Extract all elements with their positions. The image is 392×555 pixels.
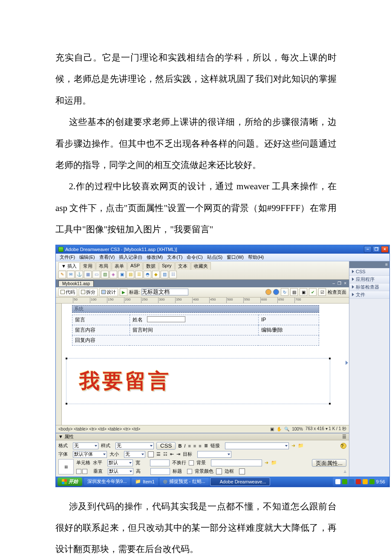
ul-icon[interactable]: ☰ [156, 451, 161, 457]
hyperlink-icon[interactable]: ✎ [58, 271, 66, 278]
help-icon[interactable]: ? [340, 443, 346, 449]
insert-tab-layout[interactable]: 布局 [96, 262, 111, 270]
prop-width-input[interactable] [150, 460, 170, 466]
align-left-icon[interactable]: ≡ [188, 443, 190, 448]
globe-icon[interactable] [273, 289, 279, 295]
email-link-icon[interactable]: ✉ [67, 271, 75, 278]
cell-ip[interactable]: IP [258, 315, 319, 325]
cell-edit[interactable]: 编辑/删除 [258, 325, 319, 335]
templates-icon[interactable]: ▥ [161, 271, 168, 278]
named-anchor-icon[interactable]: ⚓ [75, 271, 83, 278]
menu-modify[interactable]: 修改(M) [145, 254, 164, 260]
menu-insert[interactable]: 插入记录(I) [118, 254, 143, 260]
insert-tab-common[interactable]: 常用 [80, 262, 95, 270]
task-item-folder[interactable]: 📁 Item1 [132, 478, 158, 486]
tray-icon-5[interactable] [363, 479, 368, 484]
doc-restore-icon[interactable]: ❐ [337, 281, 341, 286]
validate-icon[interactable]: ✔ [309, 288, 317, 296]
comment-icon[interactable]: ☰ [135, 271, 143, 278]
tag-chooser-icon[interactable]: ☷ [169, 271, 177, 278]
image-icon[interactable]: ▧ [101, 271, 109, 278]
prop-vert-select[interactable]: 默认 [108, 468, 133, 475]
prop-style-select[interactable]: 无 [115, 442, 154, 449]
ol-icon[interactable]: ☷ [163, 451, 167, 457]
menu-view[interactable]: 查看(V) [98, 254, 116, 260]
tray-icon-2[interactable] [342, 479, 347, 484]
doc-close-icon[interactable]: × [344, 281, 346, 286]
scroll-right-icon[interactable] [346, 361, 348, 365]
table-icon[interactable]: ▦ [84, 271, 92, 278]
prop-size-select[interactable]: 无 [124, 451, 145, 458]
minimize-button[interactable]: – [364, 246, 372, 253]
align-justify-icon[interactable]: ≣ [204, 443, 208, 448]
task-item-capture[interactable]: ◎ 捕捉预览 - 红蜻... [160, 478, 209, 486]
prop-font-select[interactable]: 默认字体 [73, 451, 107, 458]
menu-window[interactable]: 窗口(W) [225, 254, 245, 260]
cell-reply[interactable]: 回复内容 [72, 335, 319, 345]
view-design-button[interactable]: 设计 [99, 288, 118, 296]
menu-help[interactable]: 帮助(H) [247, 254, 265, 260]
point-to-file-icon[interactable]: ➜ [291, 443, 295, 448]
panel-application[interactable]: 应用程序 [349, 276, 389, 283]
browse-folder-icon-2[interactable]: 📁 [271, 460, 277, 465]
design-canvas[interactable]: 系统 留言 姓名 IP 留言内容 留言时间 编辑/删除 [62, 304, 349, 425]
insert-label[interactable]: ▼ 插入 [58, 262, 80, 270]
live-view-icon[interactable]: ▶ [120, 288, 127, 296]
start-button[interactable]: 开始 [58, 477, 82, 486]
menu-command[interactable]: 命令(C) [185, 254, 204, 260]
task-item-news[interactable]: 深圳发生今年第9... [84, 478, 130, 486]
panel-css[interactable]: CSS [349, 268, 389, 276]
bold-button[interactable]: B [178, 443, 182, 448]
panel-menu-icon[interactable]: ☰ [342, 434, 346, 439]
panel-collapse-icon[interactable]: ≡ [385, 262, 388, 267]
menu-text[interactable]: 文本(T) [166, 254, 184, 260]
maximize-button[interactable]: ❐ [372, 246, 380, 253]
tray-icon-6[interactable] [369, 479, 375, 484]
insert-tab-fav[interactable]: 收藏夹 [191, 262, 211, 270]
panel-files[interactable]: 文件 [349, 291, 389, 299]
zoom-value[interactable]: 100% [292, 427, 303, 431]
align-center-icon[interactable]: ≡ [193, 443, 196, 448]
zoom-tool-icon[interactable]: 🔍 [284, 427, 289, 431]
script-icon[interactable]: ◆ [152, 271, 160, 278]
doc-min-icon[interactable]: – [333, 281, 335, 286]
view-code-button[interactable]: 代码 [58, 288, 77, 296]
align-right-icon[interactable]: ≡ [199, 443, 201, 448]
tag-breadcrumb[interactable]: <body> <table> <tr> <td> <table> <tr> <t… [58, 427, 140, 431]
check-page-label[interactable]: 检查页面 [328, 289, 346, 295]
close-button[interactable]: × [381, 246, 389, 253]
hand-tool-icon[interactable]: ✋ [277, 427, 282, 431]
browse-folder-icon[interactable]: 📁 [298, 443, 304, 448]
tray-icon-4[interactable] [356, 479, 361, 484]
file-mgmt-icon[interactable]: ▤ [290, 288, 298, 296]
panel-tag-inspector[interactable]: 标签检查器 [349, 283, 389, 291]
head-icon[interactable]: ◓ [144, 271, 151, 278]
italic-button[interactable]: I [184, 443, 185, 448]
properties-title[interactable]: ▼ 属性 [58, 434, 74, 440]
insert-tab-spry[interactable]: Spry [159, 262, 175, 270]
refresh-icon[interactable]: ↻ [281, 288, 288, 296]
date-icon[interactable]: ▣ [118, 271, 126, 278]
document-tab[interactable]: Mybook11.asp [58, 280, 94, 286]
cell-content[interactable]: 留言内容 [72, 325, 130, 335]
prop-header-check[interactable] [187, 469, 192, 474]
prop-link-select[interactable] [225, 442, 289, 449]
prop-height-input[interactable] [150, 468, 170, 475]
prop-horiz-select[interactable]: 默认 [107, 460, 133, 466]
tray-icon-1[interactable] [335, 479, 340, 484]
view-split-button[interactable]: 拆分 [79, 288, 98, 296]
text-color-swatch[interactable] [148, 451, 154, 457]
menu-site[interactable]: 站点(S) [206, 254, 224, 260]
prop-bg-input[interactable] [211, 460, 262, 466]
split-cells-icon[interactable] [82, 469, 87, 474]
div-icon[interactable]: ▭ [92, 271, 100, 278]
cell-time[interactable]: 留言时间 [130, 325, 258, 335]
select-tool-icon[interactable]: ▣ [270, 427, 274, 431]
media-icon[interactable]: ◈ [110, 271, 117, 278]
preview-icon[interactable]: ▣ [300, 288, 307, 296]
cell-message[interactable]: 留言 [72, 315, 130, 325]
banner-image[interactable]: 我要留言 [66, 358, 330, 404]
menu-file[interactable]: 文件(F) [58, 254, 76, 260]
merge-cells-icon[interactable] [76, 469, 81, 474]
point-to-file-icon-2[interactable]: ➜ [265, 460, 268, 465]
